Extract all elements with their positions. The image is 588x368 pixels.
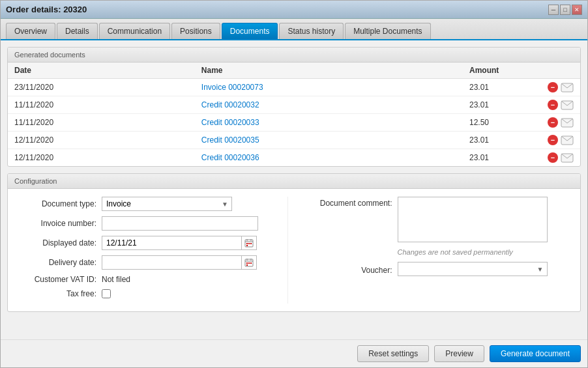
table-row: 11/11/2020Credit 0002003223.01 − <box>8 96 580 114</box>
delivery-date-input[interactable] <box>102 255 242 270</box>
displayed-date-wrapper <box>102 236 257 250</box>
col-header-amount: Amount <box>463 63 541 79</box>
email-icon-0[interactable] <box>561 83 574 92</box>
tab-positions[interactable]: Positions <box>171 23 220 39</box>
cell-name-4[interactable]: Credit 00020036 <box>195 149 463 167</box>
cell-name-2[interactable]: Credit 00020033 <box>195 114 463 132</box>
voucher-row: Voucher: ▼ <box>301 262 570 276</box>
cell-amount-1: 23.01 <box>463 96 541 114</box>
customer-vat-row: Customer VAT ID: Not filed <box>18 275 287 284</box>
calendar-icon <box>244 238 254 248</box>
tab-details[interactable]: Details <box>57 23 98 39</box>
cell-amount-3: 23.01 <box>463 132 541 149</box>
generated-documents-header: Generated documents <box>8 48 580 63</box>
tax-free-checkbox[interactable] <box>102 289 111 298</box>
remove-button-0[interactable]: − <box>548 82 558 92</box>
cell-date-0: 23/11/2020 <box>8 79 195 96</box>
preview-button[interactable]: Preview <box>434 345 484 362</box>
close-button[interactable]: ✕ <box>572 5 582 15</box>
svg-rect-17 <box>246 262 248 264</box>
displayed-date-input[interactable] <box>102 236 242 250</box>
configuration-header: Configuration <box>8 174 580 189</box>
remove-button-4[interactable]: − <box>548 152 558 163</box>
delivery-date-wrapper <box>102 255 257 270</box>
voucher-select[interactable] <box>398 262 548 276</box>
displayed-date-calendar-button[interactable] <box>242 236 257 250</box>
voucher-wrapper: ▼ <box>398 262 548 276</box>
maximize-button[interactable]: □ <box>560 5 570 15</box>
svg-rect-12 <box>246 245 248 246</box>
svg-rect-19 <box>250 262 252 264</box>
generate-document-button[interactable]: Generate document <box>490 345 581 362</box>
tab-communication[interactable]: Communication <box>99 23 170 39</box>
document-type-select[interactable]: Invoice Credit Delivery Note <box>102 197 232 211</box>
delivery-date-label: Delivery date: <box>18 258 96 267</box>
email-icon-4[interactable] <box>561 153 574 163</box>
cell-amount-4: 23.01 <box>463 149 541 167</box>
hint-text: Changes are not saved permanently <box>398 248 513 256</box>
title-bar-buttons: ─ □ ✕ <box>548 5 582 15</box>
title-bar: Order details: 20320 ─ □ ✕ <box>1 1 587 19</box>
config-right-col: Document comment: Changes are not saved … <box>287 197 570 304</box>
generated-documents-section: Generated documents Date Name Amount 23/… <box>7 47 581 167</box>
cell-actions-4: − <box>541 149 580 167</box>
tab-overview[interactable]: Overview <box>6 23 55 39</box>
cell-actions-0: − <box>541 79 580 96</box>
content-area: Generated documents Date Name Amount 23/… <box>1 40 587 339</box>
action-icons-3: − <box>548 135 574 145</box>
cell-actions-2: − <box>541 114 580 132</box>
cell-actions-1: − <box>541 96 580 114</box>
customer-vat-value: Not filed <box>102 275 130 284</box>
svg-rect-9 <box>246 243 248 244</box>
document-comment-label: Document comment: <box>301 197 392 208</box>
action-icons-0: − <box>548 82 574 92</box>
delivery-date-row: Delivery date: <box>18 255 287 270</box>
cell-actions-3: − <box>541 132 580 149</box>
invoice-number-input[interactable] <box>102 216 258 231</box>
action-icons-4: − <box>548 152 574 163</box>
calendar-icon-2 <box>244 258 254 267</box>
tab-multiple-documents[interactable]: Multiple Documents <box>345 23 430 39</box>
tab-status-history[interactable]: Status history <box>279 23 344 39</box>
svg-rect-18 <box>248 262 250 264</box>
col-header-actions <box>541 63 580 79</box>
email-icon-2[interactable] <box>561 118 574 128</box>
table-row: 23/11/2020Invoice 0002007323.01 − <box>8 79 580 96</box>
reset-settings-button[interactable]: Reset settings <box>357 345 429 362</box>
table-row: 11/11/2020Credit 0002003312.50 − <box>8 114 580 132</box>
configuration-section: Configuration Document type: Invoice Cre… <box>7 173 581 312</box>
remove-button-2[interactable]: − <box>548 117 558 128</box>
cell-date-2: 11/11/2020 <box>8 114 195 132</box>
remove-button-3[interactable]: − <box>548 135 558 145</box>
svg-rect-11 <box>250 243 252 244</box>
tab-documents[interactable]: Documents <box>222 23 278 39</box>
cell-name-1[interactable]: Credit 00020032 <box>195 96 463 114</box>
displayed-date-label: Displayed date: <box>18 238 96 248</box>
delivery-date-calendar-button[interactable] <box>242 255 257 270</box>
configuration-body: Document type: Invoice Credit Delivery N… <box>8 189 580 311</box>
cell-name-0[interactable]: Invoice 00020073 <box>195 79 463 96</box>
email-icon-3[interactable] <box>561 135 574 145</box>
tabs-bar: Overview Details Communication Positions… <box>1 19 587 40</box>
table-row: 12/11/2020Credit 0002003623.01 − <box>8 149 580 167</box>
invoice-number-label: Invoice number: <box>18 219 96 228</box>
cell-date-1: 11/11/2020 <box>8 96 195 114</box>
cell-amount-0: 23.01 <box>463 79 541 96</box>
documents-table: Date Name Amount 23/11/2020Invoice 00020… <box>8 63 580 166</box>
remove-button-1[interactable]: − <box>548 100 558 110</box>
cell-name-3[interactable]: Credit 00020035 <box>195 132 463 149</box>
tax-free-row: Tax free: <box>18 289 287 298</box>
minimize-button[interactable]: ─ <box>548 5 559 15</box>
document-comment-row: Document comment: <box>301 197 570 242</box>
svg-rect-10 <box>248 243 250 244</box>
document-type-row: Document type: Invoice Credit Delivery N… <box>18 197 287 211</box>
email-icon-1[interactable] <box>561 100 574 110</box>
action-icons-2: − <box>548 117 574 128</box>
action-icons-1: − <box>548 100 574 110</box>
col-header-name: Name <box>195 63 463 79</box>
document-comment-textarea[interactable] <box>398 197 548 242</box>
cell-amount-2: 12.50 <box>463 114 541 132</box>
config-inner: Document type: Invoice Credit Delivery N… <box>18 197 570 304</box>
document-type-label: Document type: <box>18 199 96 208</box>
table-header-row: Date Name Amount <box>8 63 580 79</box>
